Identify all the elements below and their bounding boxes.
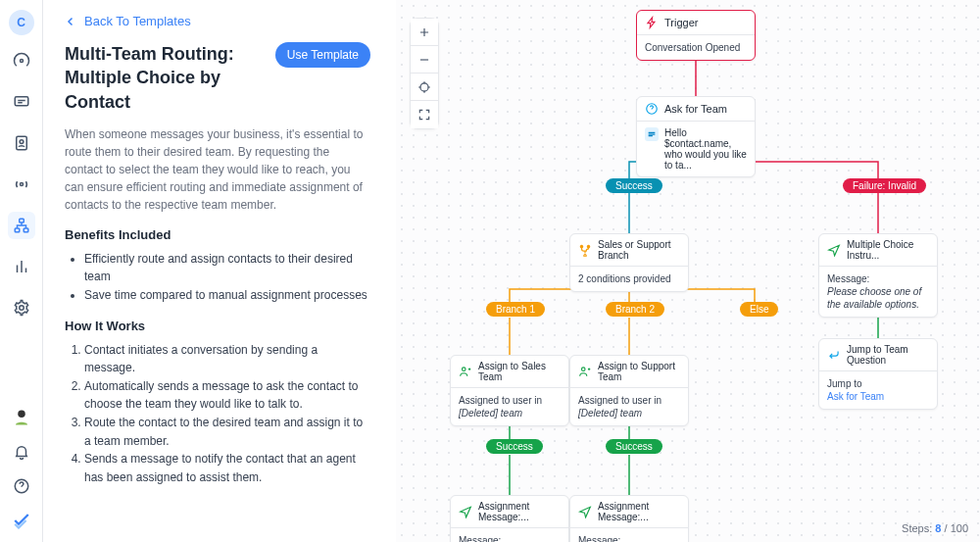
nav-help[interactable] [13,477,30,498]
question-icon [645,102,659,116]
fullscreen-button[interactable] [411,101,438,128]
svg-point-8 [18,411,25,419]
node-title: Jump to Team Question [847,344,929,366]
list-item: Route the contact to the desired team an… [84,414,370,450]
steps-label: Steps: [902,522,932,534]
zoom-in-button[interactable] [411,19,438,46]
workspace-avatar[interactable]: C [9,10,34,35]
chip-failure-invalid: Failure: Invalid [843,178,926,193]
svg-rect-5 [15,228,20,232]
node-body-line: [Deleted] team [578,407,680,419]
canvas-controls [410,18,439,129]
nav-reports[interactable] [8,253,35,280]
list-item: Automatically sends a message to ask the… [84,377,370,414]
list-item: Save time compared to manual assignment … [84,286,370,305]
send-icon [459,505,472,518]
svg-rect-4 [19,219,24,222]
chip-branch-1: Branch 1 [486,302,545,317]
nav-contacts[interactable] [8,129,35,157]
jump-icon [827,348,841,362]
nav-user-avatar[interactable] [13,409,30,429]
bar-chart-icon [13,258,30,275]
svg-point-10 [420,82,428,90]
node-jump[interactable]: Jump to Team Question Jump to Ask for Te… [818,338,938,410]
user-assign-icon [578,365,592,378]
workflow-canvas[interactable]: Trigger Conversation Opened Ask for Team… [396,0,980,542]
node-body-line: [Deleted] team [459,407,561,419]
svg-point-2 [20,140,24,144]
benefits-heading: Benefits Included [65,227,370,242]
svg-rect-6 [24,228,28,232]
jump-target-link[interactable]: Ask for Team [827,390,929,403]
svg-point-3 [20,183,23,186]
node-title: Sales or Support Branch [598,239,680,261]
node-body-label: Jump to [827,377,929,390]
plus-icon [417,25,431,39]
list-item: Sends a message to notify the contact th… [84,450,370,486]
page-title: Multi-Team Routing: Multiple Choice by C… [65,42,262,114]
use-template-button[interactable]: Use Template [275,42,370,68]
person-icon [13,409,30,426]
node-trigger[interactable]: Trigger Conversation Opened [636,10,756,61]
bell-icon [13,443,30,461]
nav-notifications[interactable] [13,443,30,464]
chip-branch-2: Branch 2 [606,302,664,317]
template-description: When someone messages your business, it'… [65,125,370,214]
chip-success-sales: Success [486,439,543,454]
node-title: Trigger [664,17,698,28]
chevron-left-icon [65,16,76,27]
node-mc-instructions[interactable]: Multiple Choice Instru... Message: Pleas… [818,233,938,318]
how-heading: How It Works [65,319,370,333]
node-assignment-msg-2[interactable]: Assignment Message:... Message: You have… [569,495,689,542]
node-title: Multiple Choice Instru... [847,239,929,261]
list-item: Contact initiates a conversation by send… [84,341,370,377]
send-icon [827,243,841,257]
zoom-out-button[interactable] [411,46,438,74]
workflow-icon [13,217,30,234]
node-title: Assign to Sales Team [478,361,561,382]
contact-icon [13,134,30,152]
branch-icon [578,243,592,257]
help-icon [13,477,30,495]
message-icon [645,127,659,141]
chat-icon [13,93,30,111]
node-branch[interactable]: Sales or Support Branch 2 conditions pro… [569,233,689,292]
nav-dashboard[interactable] [8,47,35,74]
nav-workflows[interactable] [8,212,35,239]
svg-point-7 [19,306,24,311]
node-title: Assignment Message:... [478,501,561,522]
node-title: Ask for Team [664,103,727,115]
back-to-templates-link[interactable]: Back To Templates [65,14,370,28]
chip-success-support: Success [606,439,662,454]
minus-icon [417,53,431,67]
chip-success: Success [606,178,662,193]
template-details-panel: Back To Templates Multi-Team Routing: Mu… [43,0,396,542]
node-body-label: Message: [459,534,561,542]
back-label: Back To Templates [84,14,191,28]
steps-current: 8 [935,522,941,534]
gear-icon [13,299,30,317]
node-body-label: Message: [827,272,929,285]
left-nav-rail: C [0,0,43,542]
list-item: Efficiently route and assign contacts to… [84,250,370,286]
recenter-button[interactable] [411,74,438,101]
broadcast-icon [13,175,30,193]
node-title: Assign to Support Team [598,361,680,382]
user-assign-icon [459,365,472,378]
node-body-line: Assigned to user in [459,394,561,407]
node-ask-for-team[interactable]: Ask for Team Hello $contact.name, who wo… [636,96,756,177]
node-assign-support[interactable]: Assign to Support Team Assigned to user … [569,355,689,426]
svg-point-13 [582,368,586,371]
nav-messages[interactable] [8,88,35,116]
nav-brand [13,512,30,532]
node-assignment-msg-1[interactable]: Assignment Message:... Message: You have… [450,495,569,542]
node-assign-sales[interactable]: Assign to Sales Team Assigned to user in… [450,355,569,426]
bolt-icon [645,16,659,29]
node-body: Conversation Opened [637,34,755,60]
node-body: Hello $contact.name, who would you like … [664,127,747,171]
benefits-list: Efficiently route and assign contacts to… [65,250,370,305]
steps-max: 100 [951,522,968,534]
gauge-icon [13,52,30,70]
nav-broadcast[interactable] [8,171,35,198]
nav-settings[interactable] [8,294,35,321]
